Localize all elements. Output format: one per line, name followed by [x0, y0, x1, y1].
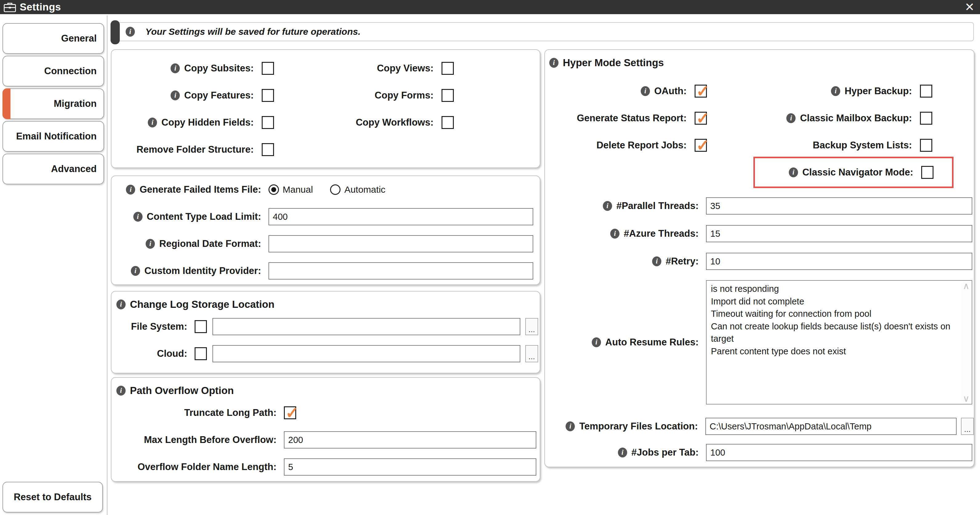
file-system-path-input[interactable]: [212, 318, 520, 335]
regional-date-format-input[interactable]: [269, 235, 533, 253]
info-icon: [641, 86, 650, 96]
tab-label: General: [61, 33, 97, 44]
auto-resume-rules-textarea[interactable]: is not responding Import did not complet…: [706, 280, 972, 404]
content-type-load-limit-input[interactable]: [269, 208, 533, 225]
path-overflow-panel: Path Overflow Option Truncate Long Path:…: [111, 377, 540, 482]
delete-report-jobs-checkbox[interactable]: [695, 139, 707, 152]
backup-system-lists-checkbox[interactable]: [920, 139, 932, 152]
info-icon: [170, 64, 180, 73]
copy-options-row: Copy Subsites: Copy Views:: [116, 55, 540, 82]
copy-workflows-checkbox[interactable]: [442, 116, 454, 129]
temporary-files-location-row: Temporary Files Location: ...: [549, 412, 974, 440]
file-system-checkbox[interactable]: [194, 320, 207, 333]
scroll-down-icon[interactable]: ∨: [963, 394, 969, 403]
tab-migration[interactable]: Migration: [2, 88, 104, 119]
manual-radio-label[interactable]: Manual: [283, 184, 313, 195]
classic-mailbox-backup-checkbox[interactable]: [920, 112, 932, 125]
content-type-load-limit-label: Content Type Load Limit:: [147, 211, 261, 222]
sidebar-divider: [107, 15, 107, 515]
remove-folder-structure-checkbox[interactable]: [262, 143, 274, 156]
copy-options-panel: Copy Subsites: Copy Views: Copy Features…: [111, 49, 540, 168]
automatic-radio-label[interactable]: Automatic: [344, 184, 385, 195]
max-length-input[interactable]: [284, 431, 536, 448]
overflow-folder-name-input[interactable]: [284, 458, 536, 475]
hyper-checkbox-grid: OAuth: Hyper Backup: Generate Status Rep…: [549, 78, 974, 186]
retry-row: #Retry:: [549, 248, 974, 275]
backup-system-lists-label: Backup System Lists:: [813, 140, 912, 151]
cloud-path-input[interactable]: [212, 345, 520, 362]
jobs-per-tab-label: #Jobs per Tab:: [632, 447, 698, 458]
copy-subsites-checkbox[interactable]: [262, 62, 274, 75]
copy-hidden-fields-checkbox[interactable]: [262, 116, 274, 129]
manual-radio[interactable]: [269, 184, 279, 195]
info-icon: [126, 185, 135, 194]
regional-date-format-label: Regional Date Format:: [159, 238, 261, 250]
tab-advanced[interactable]: Advanced: [2, 154, 104, 184]
copy-features-label: Copy Features:: [184, 90, 254, 101]
tab-connection[interactable]: Connection: [2, 56, 104, 86]
copy-options-row: Remove Folder Structure:: [116, 136, 540, 163]
hyper-mode-panel: Hyper Mode Settings OAuth: Hyper Backup:…: [544, 49, 974, 467]
info-icon: [148, 118, 157, 127]
classic-navigator-mode-checkbox[interactable]: [921, 166, 934, 179]
generate-status-report-label: Generate Status Report:: [577, 113, 687, 124]
info-icon: [146, 239, 155, 249]
reset-to-defaults-button[interactable]: Reset to Defaults: [2, 482, 103, 513]
info-icon: [592, 337, 601, 347]
info-icon: [116, 299, 126, 309]
hyper-backup-checkbox[interactable]: [920, 85, 932, 98]
truncate-long-path-checkbox[interactable]: [284, 406, 296, 419]
copy-options-row: Copy Features: Copy Forms:: [116, 82, 540, 109]
retry-input[interactable]: [706, 253, 972, 270]
path-overflow-heading: Path Overflow Option: [130, 385, 234, 396]
info-icon: [133, 212, 143, 222]
overflow-folder-name-row: Overflow Folder Name Length:: [116, 453, 540, 480]
retry-label: #Retry:: [666, 256, 698, 267]
remove-folder-structure-label: Remove Folder Structure:: [137, 144, 254, 155]
copy-views-checkbox[interactable]: [442, 62, 454, 75]
regional-date-format-row: Regional Date Format:: [116, 230, 540, 258]
textarea-scrollbar[interactable]: ∧ ∨: [961, 281, 971, 403]
truncate-long-path-label: Truncate Long Path:: [116, 407, 277, 418]
tab-label: Advanced: [51, 164, 97, 175]
info-icon: [170, 91, 180, 100]
file-system-label: File System:: [116, 321, 187, 332]
jobs-per-tab-input[interactable]: [706, 444, 972, 461]
custom-identity-provider-input[interactable]: [269, 262, 533, 280]
copy-forms-checkbox[interactable]: [442, 89, 454, 102]
scroll-up-icon[interactable]: ∧: [963, 281, 969, 291]
settings-window: Settings ✕ General Connection Migration …: [0, 0, 980, 515]
info-icon: [603, 201, 612, 211]
close-icon[interactable]: ✕: [965, 0, 974, 14]
titlebar: Settings ✕: [0, 0, 980, 14]
tab-email-notification[interactable]: Email Notification: [2, 121, 104, 152]
generate-failed-items-label: Generate Failed Items File:: [140, 184, 261, 195]
auto-resume-rules-label: Auto Resume Rules:: [605, 337, 698, 348]
cloud-browse-button[interactable]: ...: [525, 345, 538, 362]
oauth-label: OAuth:: [654, 86, 687, 97]
cloud-checkbox[interactable]: [194, 347, 207, 360]
classic-navigator-highlight-box: Classic Navigator Mode:: [753, 157, 953, 188]
temporary-files-location-input[interactable]: [705, 418, 956, 435]
info-icon: [131, 266, 140, 276]
file-system-browse-button[interactable]: ...: [525, 318, 538, 335]
azure-threads-input[interactable]: [706, 225, 972, 242]
file-system-row: File System: ...: [116, 313, 540, 340]
change-log-heading: Change Log Storage Location: [130, 299, 274, 310]
oauth-checkbox[interactable]: [695, 85, 707, 98]
azure-threads-label: #Azure Threads:: [624, 228, 698, 239]
jobs-per-tab-row: #Jobs per Tab:: [549, 440, 974, 465]
automatic-radio[interactable]: [330, 184, 340, 195]
failed-items-panel: Generate Failed Items File: Manual Autom…: [111, 175, 540, 285]
info-icon: [126, 27, 135, 37]
tab-general[interactable]: General: [2, 23, 104, 54]
generate-status-report-checkbox[interactable]: [695, 112, 707, 125]
parallel-threads-row: #Parallel Threads:: [549, 192, 974, 220]
copy-forms-label: Copy Forms:: [375, 90, 433, 101]
window-title: Settings: [20, 1, 61, 13]
temporary-files-browse-button[interactable]: ...: [961, 418, 974, 435]
parallel-threads-input[interactable]: [706, 197, 972, 215]
copy-features-checkbox[interactable]: [262, 89, 274, 102]
tab-label: Migration: [54, 98, 97, 109]
generate-failed-items-row: Generate Failed Items File: Manual Autom…: [116, 176, 540, 203]
